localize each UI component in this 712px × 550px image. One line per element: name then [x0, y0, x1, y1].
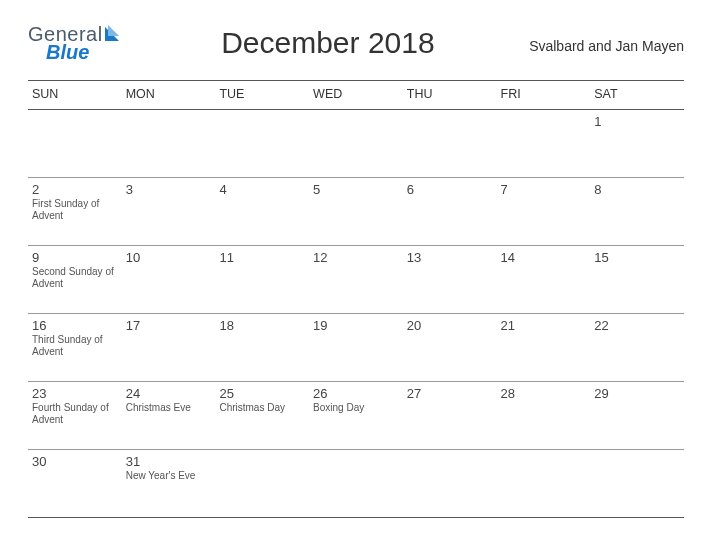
week-row: 23Fourth Sunday of Advent 24Christmas Ev… [28, 382, 684, 450]
day-cell: 18 [215, 314, 309, 382]
day-number: 6 [407, 182, 493, 197]
weekday-header: WED [309, 81, 403, 110]
day-cell: 28 [497, 382, 591, 450]
weekday-header: THU [403, 81, 497, 110]
day-number: 5 [313, 182, 399, 197]
day-number: 1 [594, 114, 680, 129]
weekday-header: TUE [215, 81, 309, 110]
day-cell [215, 110, 309, 178]
day-cell [215, 450, 309, 518]
day-number: 18 [219, 318, 305, 333]
calendar-title: December 2018 [127, 20, 529, 60]
region-label: Svalbard and Jan Mayen [529, 20, 684, 54]
calendar-body: 1 2First Sunday of Advent 3 4 5 6 7 8 9S… [28, 110, 684, 518]
calendar-grid: SUN MON TUE WED THU FRI SAT 1 2First Sun… [28, 80, 684, 518]
day-cell: 14 [497, 246, 591, 314]
day-cell [309, 450, 403, 518]
logo-word-2: Blue [46, 42, 127, 62]
weekday-header: SUN [28, 81, 122, 110]
day-event: Fourth Sunday of Advent [32, 402, 118, 425]
day-cell: 3 [122, 178, 216, 246]
day-cell [28, 110, 122, 178]
week-row: 9Second Sunday of Advent 10 11 12 13 14 … [28, 246, 684, 314]
day-number: 21 [501, 318, 587, 333]
day-number: 25 [219, 386, 305, 401]
day-number: 30 [32, 454, 118, 469]
day-number: 24 [126, 386, 212, 401]
weekday-header: FRI [497, 81, 591, 110]
day-event: Christmas Day [219, 402, 305, 414]
day-number: 14 [501, 250, 587, 265]
day-cell: 4 [215, 178, 309, 246]
day-number: 29 [594, 386, 680, 401]
day-cell [403, 450, 497, 518]
day-number: 3 [126, 182, 212, 197]
week-row: 2First Sunday of Advent 3 4 5 6 7 8 [28, 178, 684, 246]
day-number: 15 [594, 250, 680, 265]
day-cell: 29 [590, 382, 684, 450]
day-number: 17 [126, 318, 212, 333]
day-cell: 25Christmas Day [215, 382, 309, 450]
day-event: First Sunday of Advent [32, 198, 118, 221]
day-event: Boxing Day [313, 402, 399, 414]
logo-triangle-icon [105, 24, 127, 44]
day-event: New Year's Eve [126, 470, 212, 482]
weekday-header: SAT [590, 81, 684, 110]
day-number: 27 [407, 386, 493, 401]
day-number: 16 [32, 318, 118, 333]
day-number: 8 [594, 182, 680, 197]
svg-marker-1 [108, 25, 119, 36]
day-cell: 22 [590, 314, 684, 382]
day-number: 9 [32, 250, 118, 265]
brand-logo: General Blue [28, 20, 127, 62]
day-cell: 16Third Sunday of Advent [28, 314, 122, 382]
day-event: Christmas Eve [126, 402, 212, 414]
day-cell: 12 [309, 246, 403, 314]
day-cell [497, 110, 591, 178]
day-cell: 10 [122, 246, 216, 314]
day-cell [497, 450, 591, 518]
day-cell: 20 [403, 314, 497, 382]
day-cell: 24Christmas Eve [122, 382, 216, 450]
day-number: 20 [407, 318, 493, 333]
day-cell [403, 110, 497, 178]
day-cell: 15 [590, 246, 684, 314]
day-cell: 8 [590, 178, 684, 246]
weekday-header-row: SUN MON TUE WED THU FRI SAT [28, 81, 684, 110]
day-number: 19 [313, 318, 399, 333]
day-cell: 5 [309, 178, 403, 246]
day-cell: 11 [215, 246, 309, 314]
day-cell: 2First Sunday of Advent [28, 178, 122, 246]
day-number: 23 [32, 386, 118, 401]
day-cell [122, 110, 216, 178]
week-row: 1 [28, 110, 684, 178]
day-number: 11 [219, 250, 305, 265]
day-cell [590, 450, 684, 518]
day-cell: 26Boxing Day [309, 382, 403, 450]
day-cell: 30 [28, 450, 122, 518]
day-cell: 13 [403, 246, 497, 314]
day-number: 26 [313, 386, 399, 401]
day-number: 7 [501, 182, 587, 197]
header: General Blue December 2018 Svalbard and … [28, 20, 684, 62]
day-cell: 1 [590, 110, 684, 178]
day-cell: 9Second Sunday of Advent [28, 246, 122, 314]
week-row: 16Third Sunday of Advent 17 18 19 20 21 … [28, 314, 684, 382]
day-number: 28 [501, 386, 587, 401]
day-cell: 6 [403, 178, 497, 246]
day-cell: 7 [497, 178, 591, 246]
day-number: 4 [219, 182, 305, 197]
day-number: 13 [407, 250, 493, 265]
day-number: 22 [594, 318, 680, 333]
day-number: 10 [126, 250, 212, 265]
day-cell: 23Fourth Sunday of Advent [28, 382, 122, 450]
day-cell: 31New Year's Eve [122, 450, 216, 518]
day-cell: 17 [122, 314, 216, 382]
weekday-header: MON [122, 81, 216, 110]
day-cell: 21 [497, 314, 591, 382]
day-number: 31 [126, 454, 212, 469]
day-cell [309, 110, 403, 178]
day-event: Third Sunday of Advent [32, 334, 118, 357]
day-cell: 27 [403, 382, 497, 450]
day-event: Second Sunday of Advent [32, 266, 118, 289]
